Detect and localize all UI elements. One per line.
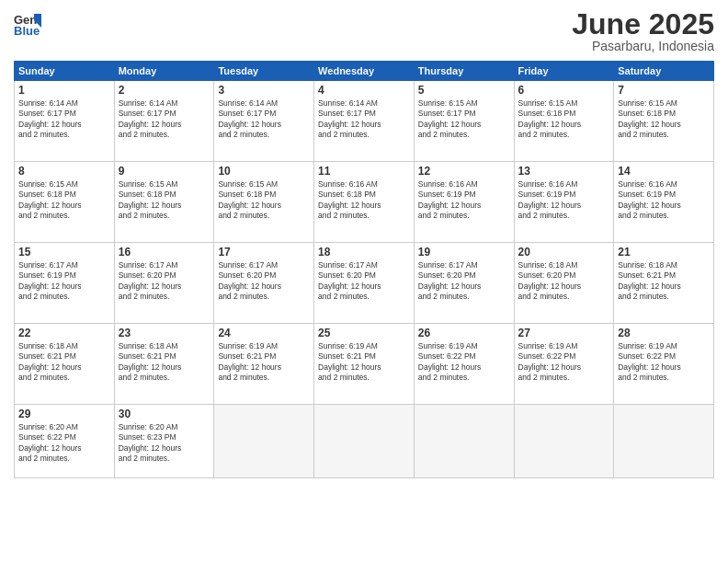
day-info: Sunrise: 6:19 AMSunset: 6:22 PMDaylight:… xyxy=(518,341,610,384)
day-number: 14 xyxy=(618,165,710,178)
col-saturday: Saturday xyxy=(614,62,714,81)
day-info: Sunrise: 6:19 AMSunset: 6:21 PMDaylight:… xyxy=(218,341,310,384)
table-row: 21 Sunrise: 6:18 AMSunset: 6:21 PMDaylig… xyxy=(614,243,714,324)
table-row: 14 Sunrise: 6:16 AMSunset: 6:19 PMDaylig… xyxy=(614,162,714,243)
day-info: Sunrise: 6:17 AMSunset: 6:20 PMDaylight:… xyxy=(119,260,210,303)
table-row xyxy=(414,405,514,478)
day-number: 17 xyxy=(218,246,310,259)
day-info: Sunrise: 6:19 AMSunset: 6:22 PMDaylight:… xyxy=(618,341,710,384)
day-info: Sunrise: 6:17 AMSunset: 6:20 PMDaylight:… xyxy=(318,260,410,303)
day-info: Sunrise: 6:16 AMSunset: 6:19 PMDaylight:… xyxy=(618,179,710,222)
day-info: Sunrise: 6:18 AMSunset: 6:20 PMDaylight:… xyxy=(518,260,610,303)
day-number: 4 xyxy=(318,84,410,97)
table-row: 22 Sunrise: 6:18 AMSunset: 6:21 PMDaylig… xyxy=(15,324,115,405)
day-info: Sunrise: 6:17 AMSunset: 6:20 PMDaylight:… xyxy=(218,260,310,303)
day-info: Sunrise: 6:15 AMSunset: 6:17 PMDaylight:… xyxy=(418,98,510,141)
day-info: Sunrise: 6:14 AMSunset: 6:17 PMDaylight:… xyxy=(318,98,410,141)
day-info: Sunrise: 6:19 AMSunset: 6:21 PMDaylight:… xyxy=(318,341,410,384)
table-row: 15 Sunrise: 6:17 AMSunset: 6:19 PMDaylig… xyxy=(15,243,115,324)
table-row: 25 Sunrise: 6:19 AMSunset: 6:21 PMDaylig… xyxy=(314,324,415,405)
day-number: 10 xyxy=(218,165,310,178)
table-row: 18 Sunrise: 6:17 AMSunset: 6:20 PMDaylig… xyxy=(314,243,415,324)
page-header: General Blue June 2025 Pasarbaru, Indone… xyxy=(14,9,714,53)
col-monday: Monday xyxy=(114,62,214,81)
table-row: 17 Sunrise: 6:17 AMSunset: 6:20 PMDaylig… xyxy=(214,243,314,324)
day-number: 30 xyxy=(119,408,210,420)
table-row: 24 Sunrise: 6:19 AMSunset: 6:21 PMDaylig… xyxy=(214,324,314,405)
day-info: Sunrise: 6:18 AMSunset: 6:21 PMDaylight:… xyxy=(618,260,710,303)
day-number: 19 xyxy=(418,246,510,259)
day-info: Sunrise: 6:16 AMSunset: 6:19 PMDaylight:… xyxy=(418,179,510,222)
day-number: 22 xyxy=(18,327,110,339)
table-row: 8 Sunrise: 6:15 AMSunset: 6:18 PMDayligh… xyxy=(15,162,115,243)
day-info: Sunrise: 6:17 AMSunset: 6:20 PMDaylight:… xyxy=(418,260,510,303)
col-wednesday: Wednesday xyxy=(314,62,415,81)
table-row: 16 Sunrise: 6:17 AMSunset: 6:20 PMDaylig… xyxy=(114,243,214,324)
table-row: 28 Sunrise: 6:19 AMSunset: 6:22 PMDaylig… xyxy=(614,324,714,405)
day-info: Sunrise: 6:16 AMSunset: 6:19 PMDaylight:… xyxy=(518,179,610,222)
day-number: 16 xyxy=(119,246,210,259)
logo: General Blue xyxy=(14,9,41,37)
month-title: June 2025 xyxy=(572,9,714,39)
day-number: 11 xyxy=(318,165,410,178)
table-row: 6 Sunrise: 6:15 AMSunset: 6:18 PMDayligh… xyxy=(514,81,614,162)
day-info: Sunrise: 6:14 AMSunset: 6:17 PMDaylight:… xyxy=(119,98,210,141)
table-row: 13 Sunrise: 6:16 AMSunset: 6:19 PMDaylig… xyxy=(514,162,614,243)
day-number: 24 xyxy=(218,327,310,339)
day-number: 18 xyxy=(318,246,410,259)
col-friday: Friday xyxy=(514,62,614,81)
table-row: 10 Sunrise: 6:15 AMSunset: 6:18 PMDaylig… xyxy=(214,162,314,243)
table-row: 2 Sunrise: 6:14 AMSunset: 6:17 PMDayligh… xyxy=(114,81,214,162)
location: Pasarbaru, Indonesia xyxy=(572,39,714,53)
table-row: 12 Sunrise: 6:16 AMSunset: 6:19 PMDaylig… xyxy=(414,162,514,243)
day-info: Sunrise: 6:15 AMSunset: 6:18 PMDaylight:… xyxy=(18,179,110,222)
day-info: Sunrise: 6:14 AMSunset: 6:17 PMDaylight:… xyxy=(18,98,110,141)
table-row: 1 Sunrise: 6:14 AMSunset: 6:17 PMDayligh… xyxy=(15,81,115,162)
day-number: 25 xyxy=(318,327,410,339)
day-info: Sunrise: 6:18 AMSunset: 6:21 PMDaylight:… xyxy=(119,341,210,384)
day-number: 13 xyxy=(518,165,610,178)
day-number: 26 xyxy=(418,327,510,339)
table-row: 4 Sunrise: 6:14 AMSunset: 6:17 PMDayligh… xyxy=(314,81,415,162)
day-number: 8 xyxy=(18,165,110,178)
table-row: 29 Sunrise: 6:20 AMSunset: 6:22 PMDaylig… xyxy=(15,405,115,478)
day-info: Sunrise: 6:18 AMSunset: 6:21 PMDaylight:… xyxy=(18,341,110,384)
day-number: 15 xyxy=(18,246,110,259)
day-number: 12 xyxy=(418,165,510,178)
day-number: 6 xyxy=(518,84,610,97)
table-row: 5 Sunrise: 6:15 AMSunset: 6:17 PMDayligh… xyxy=(414,81,514,162)
day-number: 1 xyxy=(18,84,110,97)
table-row xyxy=(514,405,614,478)
table-row xyxy=(614,405,714,478)
calendar-header-row: Sunday Monday Tuesday Wednesday Thursday… xyxy=(15,62,714,81)
day-info: Sunrise: 6:20 AMSunset: 6:23 PMDaylight:… xyxy=(119,422,210,465)
day-number: 2 xyxy=(119,84,210,97)
logo-icon: General Blue xyxy=(14,9,41,37)
day-number: 28 xyxy=(618,327,710,339)
day-info: Sunrise: 6:19 AMSunset: 6:22 PMDaylight:… xyxy=(418,341,510,384)
table-row: 7 Sunrise: 6:15 AMSunset: 6:18 PMDayligh… xyxy=(614,81,714,162)
svg-text:Blue: Blue xyxy=(14,24,40,37)
table-row: 26 Sunrise: 6:19 AMSunset: 6:22 PMDaylig… xyxy=(414,324,514,405)
col-thursday: Thursday xyxy=(414,62,514,81)
day-number: 7 xyxy=(618,84,710,97)
day-info: Sunrise: 6:15 AMSunset: 6:18 PMDaylight:… xyxy=(218,179,310,222)
day-info: Sunrise: 6:15 AMSunset: 6:18 PMDaylight:… xyxy=(119,179,210,222)
col-tuesday: Tuesday xyxy=(214,62,314,81)
day-number: 3 xyxy=(218,84,310,97)
table-row: 3 Sunrise: 6:14 AMSunset: 6:17 PMDayligh… xyxy=(214,81,314,162)
table-row: 23 Sunrise: 6:18 AMSunset: 6:21 PMDaylig… xyxy=(114,324,214,405)
day-info: Sunrise: 6:14 AMSunset: 6:17 PMDaylight:… xyxy=(218,98,310,141)
table-row: 27 Sunrise: 6:19 AMSunset: 6:22 PMDaylig… xyxy=(514,324,614,405)
title-block: June 2025 Pasarbaru, Indonesia xyxy=(572,9,714,53)
day-number: 9 xyxy=(119,165,210,178)
day-number: 21 xyxy=(618,246,710,259)
day-number: 29 xyxy=(18,408,110,420)
day-number: 5 xyxy=(418,84,510,97)
calendar-table: Sunday Monday Tuesday Wednesday Thursday… xyxy=(14,61,714,478)
day-number: 27 xyxy=(518,327,610,339)
table-row xyxy=(214,405,314,478)
day-number: 23 xyxy=(119,327,210,339)
table-row: 30 Sunrise: 6:20 AMSunset: 6:23 PMDaylig… xyxy=(114,405,214,478)
table-row: 20 Sunrise: 6:18 AMSunset: 6:20 PMDaylig… xyxy=(514,243,614,324)
